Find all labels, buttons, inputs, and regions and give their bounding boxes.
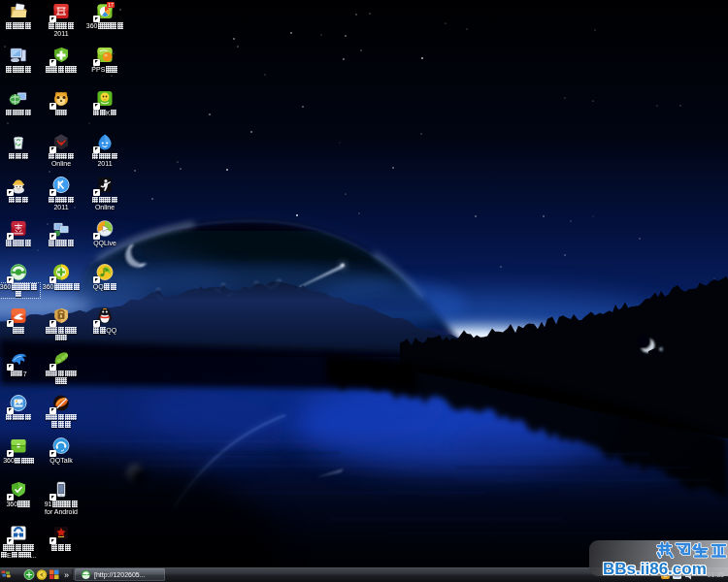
svg-text:»: » xyxy=(64,570,69,580)
svg-text:17: 17 xyxy=(108,2,114,8)
